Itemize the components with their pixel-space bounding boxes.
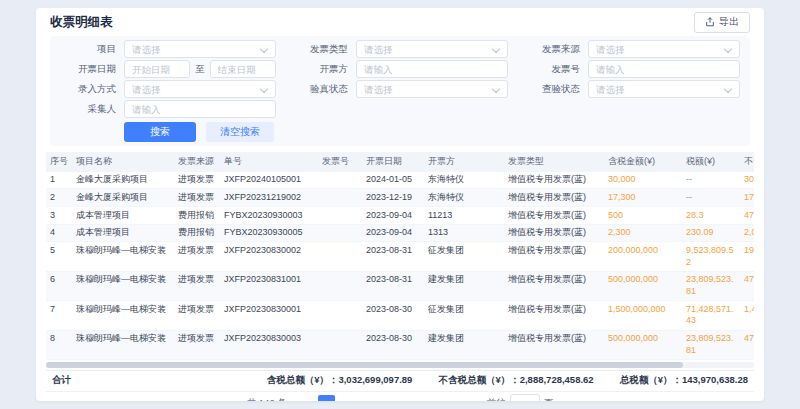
cell-date: 2023-08-30: [362, 301, 424, 329]
filter-check-status-select[interactable]: [588, 80, 740, 98]
pagination-page-6[interactable]: 6: [403, 395, 420, 401]
cell-amount_without_tax: 1,428,571,428.57: [740, 301, 754, 329]
column-header-tax: 税额(¥): [682, 152, 740, 172]
summary-with-tax-value: 3,032,699,097.89: [338, 374, 412, 385]
column-header-source: 发票来源: [174, 152, 220, 172]
summary-without-tax-label: 不含税总额（¥）：: [438, 374, 519, 385]
cell-tax: 28.3: [682, 207, 740, 224]
filter-invoice-type-select[interactable]: [356, 40, 508, 58]
filter-invoice-date-end-input[interactable]: [218, 64, 268, 75]
filter-issuer-input-input[interactable]: [364, 64, 500, 75]
cell-tax: 23,809,523.81: [682, 331, 740, 359]
search-button[interactable]: 搜索: [124, 122, 196, 142]
filter-label-invoice-no: 发票号: [524, 63, 580, 76]
cell-project: 珠穆朗玛峰—电梯安装: [72, 272, 174, 300]
cell-type: 增值税专用发票(蓝): [504, 172, 604, 189]
horizontal-scrollbar[interactable]: [46, 362, 754, 368]
cell-amount_with_tax: 500,000,000: [604, 331, 682, 359]
filter-entry-method-select-input[interactable]: [132, 84, 268, 95]
export-button[interactable]: 导出: [694, 12, 750, 33]
clear-search-button[interactable]: 清空搜索: [206, 122, 274, 142]
table-row: 6珠穆朗玛峰—电梯安装进项发票JXFP202308310012023-08-31…: [46, 272, 754, 301]
filter-collector-input-input[interactable]: [132, 104, 268, 115]
cell-amount_with_tax: 2,300: [604, 225, 682, 242]
filter-invoice-no-input-input[interactable]: [596, 64, 732, 75]
goto-page-input[interactable]: [510, 394, 540, 401]
pagination-next-button[interactable]: ›: [457, 395, 474, 401]
column-header-issuer: 开票方: [424, 152, 504, 172]
cell-order_no: FYBX20230930003: [220, 207, 318, 224]
cell-type: 增值税专用发票(蓝): [504, 272, 604, 300]
export-button-label: 导出: [719, 15, 739, 29]
filter-check-status-select-input[interactable]: [596, 84, 732, 95]
pagination: 共 142 条 ‹ 123456...8 › 前往 页: [46, 392, 754, 401]
column-header-amount_with_tax: 含税金额(¥): [604, 152, 682, 172]
filter-label-entry-method: 录入方式: [60, 83, 116, 96]
cell-date: 2023-09-04: [362, 225, 424, 242]
pagination-page-1[interactable]: 1: [318, 395, 335, 401]
filter-issuer-input[interactable]: [356, 60, 508, 78]
table-row: 7珠穆朗玛峰—电梯安装进项发票JXFP202308300012023-08-30…: [46, 301, 754, 330]
pagination-page-4[interactable]: 4: [369, 395, 386, 401]
filter-label-invoice-type: 发票类型: [292, 43, 348, 56]
filter-collector-input[interactable]: [124, 100, 276, 118]
filter-verify-status-select-input[interactable]: [364, 84, 500, 95]
cell-project: 金峰大厦采购项目: [72, 172, 174, 189]
summary-tax-value: 143,970,638.28: [682, 374, 748, 385]
cell-source: 进项发票: [174, 301, 220, 329]
cell-order_no: JXFP20230830001: [220, 301, 318, 329]
cell-amount_without_tax: 476,190,476.19: [740, 272, 754, 300]
filter-project-select[interactable]: [124, 40, 276, 58]
cell-invoice_no: [318, 242, 362, 270]
cell-project: 成本管理项目: [72, 207, 174, 224]
filter-label-check-status: 查验状态: [524, 83, 580, 96]
filter-field-invoice-no: 发票号: [524, 60, 740, 78]
pagination-pages: 123456...8: [318, 395, 454, 401]
app-window: 收票明细表 导出 项目发票类型发票来源开票日期至开票方发票号录入方式验真状态查验…: [36, 8, 764, 401]
summary-tax-label: 总税额（¥）：: [620, 374, 682, 385]
pagination-page-3[interactable]: 3: [352, 395, 369, 401]
cell-source: 费用报销: [174, 225, 220, 242]
cell-project: 珠穆朗玛峰—电梯安装: [72, 242, 174, 270]
filter-entry-method-select[interactable]: [124, 80, 276, 98]
cell-type: 增值税专用发票(蓝): [504, 189, 604, 206]
filter-invoice-type-select-input[interactable]: [364, 44, 500, 55]
pagination-page-2[interactable]: 2: [335, 395, 352, 401]
cell-date: 2023-08-31: [362, 272, 424, 300]
pagination-prev-button[interactable]: ‹: [298, 395, 315, 401]
filter-invoice-date-start[interactable]: [124, 60, 190, 78]
pagination-page-8[interactable]: 8: [437, 395, 454, 401]
cell-amount_without_tax: 30,000: [740, 172, 754, 189]
filter-verify-status-select[interactable]: [356, 80, 508, 98]
goto-label: 前往: [487, 397, 506, 401]
filter-invoice-no-input[interactable]: [588, 60, 740, 78]
table-body: 1金峰大厦采购项目进项发票JXFP202401050012024-01-05东海…: [46, 172, 754, 360]
cell-source: 进项发票: [174, 189, 220, 206]
filter-invoice-date-end[interactable]: [210, 60, 276, 78]
horizontal-scrollbar-thumb[interactable]: [46, 362, 683, 368]
filter-invoice-date-start-input[interactable]: [132, 64, 182, 75]
cell-issuer: 东海特仪: [424, 172, 504, 189]
cell-order_no: FYBX20230930005: [220, 225, 318, 242]
filter-project-select-input[interactable]: [132, 44, 268, 55]
cell-amount_without_tax: 2,069.91: [740, 225, 754, 242]
cell-amount_with_tax: 17,300: [604, 189, 682, 206]
summary-total-label: 合计: [52, 374, 71, 387]
filter-field-invoice-source: 发票来源: [524, 40, 740, 58]
filter-invoice-source-select[interactable]: [588, 40, 740, 58]
pagination-ellipsis[interactable]: ...: [420, 395, 437, 401]
cell-invoice_no: [318, 207, 362, 224]
cell-amount_with_tax: 500: [604, 207, 682, 224]
pagination-page-5[interactable]: 5: [386, 395, 403, 401]
cell-amount_without_tax: 17,300: [740, 189, 754, 206]
summary-without-tax-value: 2,888,728,458.62: [520, 374, 594, 385]
filter-field-collector: 采集人: [60, 100, 276, 118]
cell-source: 进项发票: [174, 331, 220, 359]
cell-amount_without_tax: 476,190,476.19: [740, 331, 754, 359]
filter-field-invoice-date: 开票日期至: [60, 60, 276, 78]
filter-invoice-source-select-input[interactable]: [596, 44, 732, 55]
cell-issuer: 建发集团: [424, 272, 504, 300]
cell-source: 进项发票: [174, 172, 220, 189]
filter-actions: 搜索 清空搜索: [60, 122, 740, 142]
cell-index: 8: [46, 331, 72, 359]
